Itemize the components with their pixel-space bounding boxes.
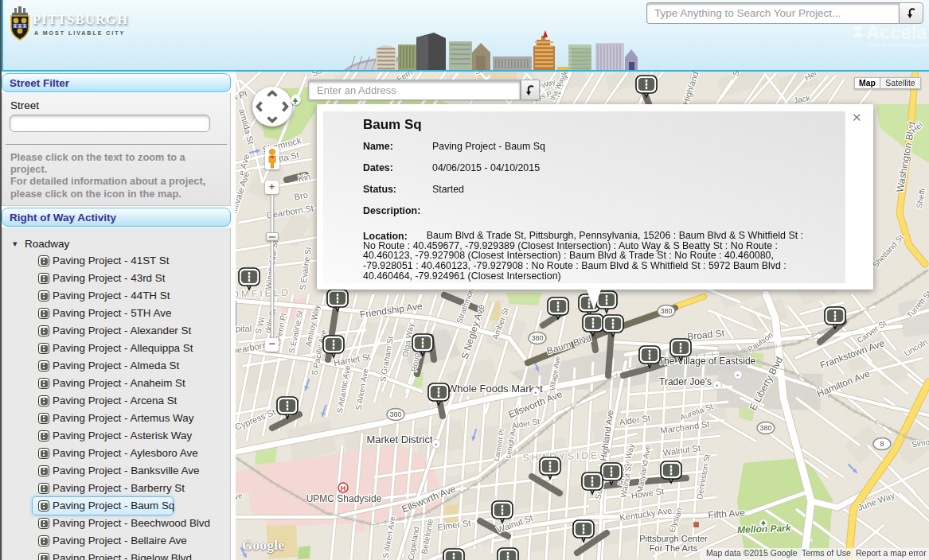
- svg-text:OMFIELD: OMFIELD: [236, 287, 291, 301]
- svg-text:Market District: Market District: [366, 434, 432, 445]
- svg-text:▪: ▪: [737, 371, 740, 379]
- svg-text:UPMC Shadyside: UPMC Shadyside: [306, 493, 382, 504]
- svg-text:H: H: [341, 484, 346, 492]
- svg-text:Pittsburgh Center: Pittsburgh Center: [639, 534, 708, 543]
- svg-text:8: 8: [880, 440, 884, 448]
- svg-text:Trader Joe's: Trader Joe's: [659, 376, 712, 387]
- svg-text:380: 380: [759, 424, 771, 432]
- svg-text:▪: ▪: [716, 382, 719, 389]
- svg-text:▪: ▪: [535, 389, 537, 396]
- svg-text:▪: ▪: [435, 441, 438, 448]
- svg-text:The Village of Eastside: The Village of Eastside: [658, 356, 756, 367]
- svg-text:380: 380: [389, 410, 401, 418]
- svg-text:Whole Foods Market: Whole Foods Market: [447, 383, 543, 395]
- svg-text:380: 380: [660, 307, 672, 315]
- svg-text:pital: pital: [236, 324, 252, 333]
- svg-text:380: 380: [531, 334, 543, 342]
- svg-text:For The Arts: For The Arts: [650, 543, 698, 553]
